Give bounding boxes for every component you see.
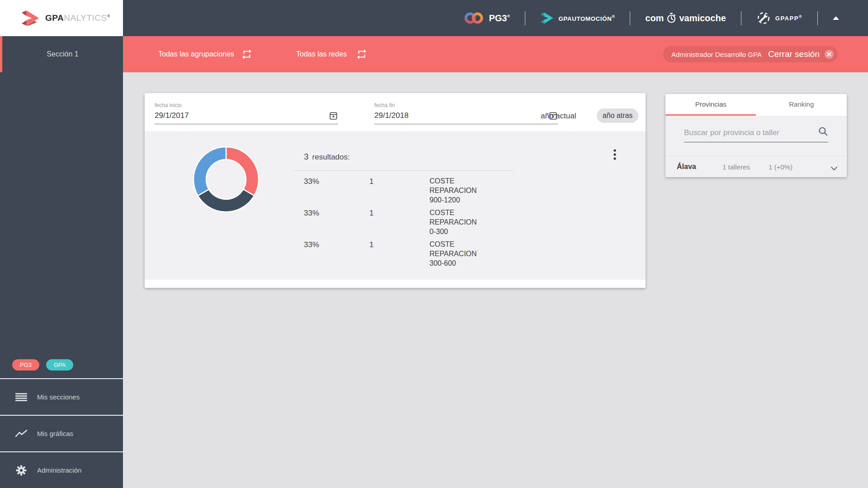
badge-pg3[interactable]: PG3 bbox=[12, 359, 39, 371]
search-icon[interactable] bbox=[818, 127, 828, 138]
topbar-divider bbox=[741, 11, 741, 25]
panel-tabs: Provincias Ranking bbox=[665, 94, 847, 114]
gpautomocion-arrow-icon bbox=[540, 12, 554, 24]
donut-chart bbox=[190, 143, 262, 216]
donut-segment[interactable] bbox=[193, 147, 226, 196]
results-count: 3 bbox=[304, 152, 309, 161]
logout-icon[interactable] bbox=[824, 49, 834, 59]
fecha-inicio-input[interactable]: 29/1/2017 bbox=[155, 108, 338, 124]
ano-atras-button[interactable]: año atras bbox=[597, 108, 638, 123]
pg3-infinity-icon bbox=[463, 11, 484, 25]
sidebar-item-administracion[interactable]: Administración bbox=[0, 451, 123, 488]
fecha-fin-label: fecha fin bbox=[374, 102, 558, 108]
province-talleres: 1 talleres bbox=[722, 163, 750, 171]
results-list: 33% 1 COSTE REPARACION 900-1200 33% 1 CO… bbox=[304, 177, 498, 272]
topbar-divider bbox=[630, 11, 630, 25]
ano-actual-button[interactable]: año actual bbox=[541, 109, 576, 123]
filter-agrupaciones-label: Todas las agrupaciones bbox=[158, 50, 234, 58]
result-row: 33% 1 COSTE REPARACION 300-600 bbox=[304, 240, 498, 272]
search-field bbox=[684, 126, 828, 142]
gpanalytics-logo-text: GPANALYTICS® bbox=[45, 13, 110, 23]
result-row: 33% 1 COSTE REPARACION 900-1200 bbox=[304, 177, 498, 209]
app: { "logo": { "bold": "GPA", "light": "NAL… bbox=[0, 0, 868, 488]
result-percent: 33% bbox=[304, 240, 319, 249]
gpautomocion-logo: GPAUTOMOCIÓN® bbox=[540, 12, 615, 24]
filter-agrupaciones[interactable]: Todas las agrupaciones bbox=[158, 36, 234, 72]
topbar-divider bbox=[817, 11, 818, 25]
result-count: 1 bbox=[369, 209, 373, 218]
sidebar: Sección 1 PG3 GPA Mis secciones Mis g bbox=[0, 36, 123, 488]
filter-bar: Todas las agrupaciones Todas las redes A… bbox=[123, 36, 868, 72]
sidebar-menu: Mis secciones Mis gráficas bbox=[0, 378, 123, 488]
sidebar-item-mis-secciones[interactable]: Mis secciones bbox=[0, 378, 123, 415]
province-name: Álava bbox=[677, 163, 696, 171]
list-icon bbox=[15, 393, 27, 401]
results-card: fecha inicio 29/1/2017 fecha fin 29/1/20… bbox=[145, 93, 646, 288]
gpanalytics-arrow-icon bbox=[21, 10, 40, 26]
province-row-alava[interactable]: Álava 1 talleres 1 (+0%) bbox=[665, 156, 847, 177]
results-header: 3resultados: bbox=[304, 152, 350, 162]
result-row: 33% 1 COSTE REPARACION 0-300 bbox=[304, 209, 498, 240]
logout-button[interactable]: Cerrar sesión bbox=[768, 49, 820, 59]
provinces-panel: Provincias Ranking Álava 1 talleres 1 (+… bbox=[665, 94, 847, 177]
sidebar-badges: PG3 GPA bbox=[12, 359, 73, 371]
fecha-inicio-field: fecha inicio 29/1/2017 bbox=[155, 102, 338, 124]
comprovamicoche-logo: com vamicoche bbox=[645, 13, 726, 23]
gear-icon bbox=[15, 465, 27, 476]
search-input[interactable] bbox=[684, 126, 811, 142]
swap-agrupaciones-icon[interactable] bbox=[241, 48, 253, 60]
pg3-logo: PG3® bbox=[463, 11, 510, 25]
gpapp-logo: GPAPP® bbox=[756, 11, 802, 25]
donut-segment[interactable] bbox=[226, 147, 259, 196]
topbar-divider bbox=[525, 11, 525, 25]
panel-search-section bbox=[665, 116, 847, 156]
user-session-pill: Administrador Desarrollo GPA Cerrar sesi… bbox=[663, 46, 838, 62]
topbar: PG3® GPAUTOMOCIÓN® com vamicoche GPAPP® bbox=[123, 0, 868, 36]
filter-redes-label: Todas las redes bbox=[296, 50, 347, 58]
chart-section: 3resultados: 33% 1 COSTE REPARACION 900-… bbox=[145, 131, 646, 280]
province-value: 1 (+0%) bbox=[769, 163, 793, 171]
filter-redes[interactable]: Todas las redes bbox=[296, 36, 347, 72]
result-label: COSTE REPARACION 900-1200 bbox=[429, 176, 483, 205]
stopwatch-icon bbox=[666, 13, 676, 23]
gpapp-gauge-wrench-icon bbox=[756, 11, 771, 25]
badge-gpa[interactable]: GPA bbox=[46, 359, 73, 371]
chart-menu-kebab-icon[interactable] bbox=[609, 148, 620, 162]
collapse-caret-icon[interactable] bbox=[833, 16, 839, 20]
tab-ranking[interactable]: Ranking bbox=[756, 94, 847, 114]
result-percent: 33% bbox=[304, 177, 319, 186]
fecha-fin-field: fecha fin 29/1/2018 bbox=[374, 102, 558, 124]
result-label: COSTE REPARACION 300-600 bbox=[429, 239, 483, 268]
tab-provincias[interactable]: Provincias bbox=[665, 94, 756, 114]
result-percent: 33% bbox=[304, 209, 319, 218]
result-count: 1 bbox=[369, 240, 373, 249]
results-divider bbox=[294, 170, 514, 171]
gpanalytics-logo: GPANALYTICS® bbox=[0, 0, 123, 36]
result-count: 1 bbox=[369, 177, 373, 186]
user-name: Administrador Desarrollo GPA bbox=[671, 51, 762, 58]
sidebar-item-mis-graficas[interactable]: Mis gráficas bbox=[0, 415, 123, 451]
calendar-icon[interactable] bbox=[330, 112, 337, 120]
fecha-fin-input[interactable]: 29/1/2018 bbox=[374, 108, 558, 124]
donut-segment[interactable] bbox=[198, 189, 255, 212]
line-chart-icon bbox=[15, 430, 27, 438]
swap-redes-icon[interactable] bbox=[356, 48, 368, 60]
sidebar-item-seccion-1[interactable]: Sección 1 bbox=[0, 36, 123, 72]
result-label: COSTE REPARACION 0-300 bbox=[429, 208, 483, 236]
chevron-down-icon[interactable] bbox=[830, 164, 838, 173]
fecha-inicio-label: fecha inicio bbox=[155, 102, 338, 108]
